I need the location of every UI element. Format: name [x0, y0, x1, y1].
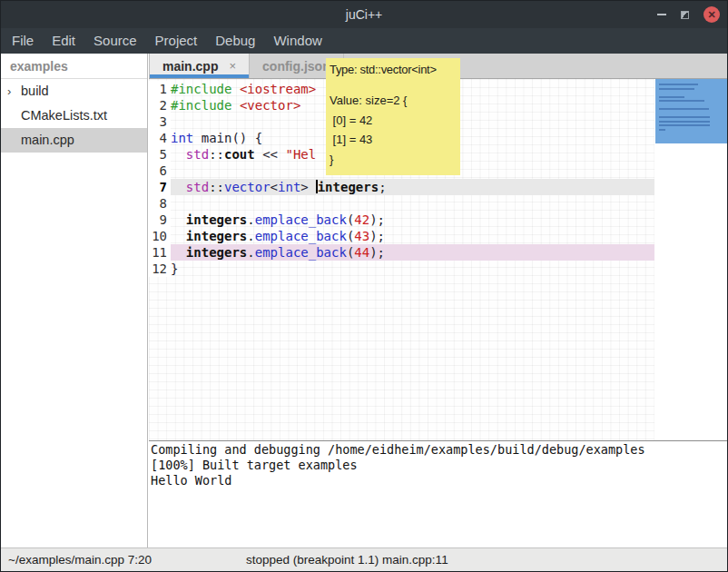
window-controls: ✕ — [657, 1, 720, 28]
code-line-12[interactable]: 12} — [149, 261, 654, 277]
restore-icon[interactable] — [681, 11, 689, 19]
line-number[interactable]: 9 — [149, 212, 171, 228]
line-number[interactable]: 1 — [149, 81, 171, 97]
juci-window: juCi++ ✕ FileEditSourceProjectDebugWindo… — [0, 0, 728, 572]
output-line: [100%] Built target examples — [151, 458, 728, 473]
status-file-position: ~/examples/main.cpp 7:20 — [8, 553, 152, 567]
menu-item-edit[interactable]: Edit — [43, 28, 84, 54]
line-number[interactable]: 4 — [149, 130, 171, 146]
minimap-visible-region[interactable] — [655, 79, 728, 143]
code-text: integers.emplace_back(43); — [171, 228, 654, 244]
minimap[interactable] — [654, 79, 728, 440]
sidebar-item-build[interactable]: ›build — [1, 79, 147, 104]
output-line: Compiling and debugging /home/eidheim/ex… — [151, 442, 728, 458]
output-panel[interactable]: Compiling and debugging /home/eidheim/ex… — [149, 440, 728, 547]
line-number[interactable]: 11 — [149, 244, 171, 261]
code-line-10[interactable]: 10 integers.emplace_back(43); — [149, 228, 654, 244]
chevron-right-icon[interactable]: › — [7, 79, 11, 104]
menu-item-file[interactable]: File — [3, 28, 43, 54]
tree-item-label: main.cpp — [21, 133, 74, 147]
code-line-11[interactable]: 11 integers.emplace_back(44); — [149, 244, 654, 261]
status-debug-state: stopped (breakpoint 1.1) main.cpp:11 — [246, 553, 448, 567]
tab-label: main.cpp — [162, 59, 218, 74]
line-number[interactable]: 2 — [149, 97, 171, 113]
line-number[interactable]: 5 — [149, 146, 171, 163]
menu-item-project[interactable]: Project — [146, 28, 207, 54]
code-text — [171, 195, 654, 212]
file-tree-panel: examples ›buildCMakeLists.txtmain.cpp — [1, 54, 147, 547]
code-text: integers.emplace_back(42); — [171, 212, 654, 228]
sidebar-item-cmakelists-txt[interactable]: CMakeLists.txt — [1, 104, 147, 128]
titlebar[interactable]: juCi++ ✕ — [1, 1, 727, 28]
line-number[interactable]: 6 — [149, 163, 171, 179]
output-line: Hello World — [151, 473, 728, 488]
tree-item-label: build — [21, 84, 49, 98]
code-line-8[interactable]: 8 — [149, 195, 654, 212]
window-title: juCi++ — [346, 7, 382, 22]
line-number[interactable]: 7 — [149, 179, 171, 195]
line-number[interactable]: 12 — [149, 261, 171, 277]
statusbar: ~/examples/main.cpp 7:20 stopped (breakp… — [1, 547, 727, 572]
line-number[interactable]: 3 — [149, 113, 171, 130]
code-line-9[interactable]: 9 integers.emplace_back(42); — [149, 212, 654, 228]
sidebar-item-main-cpp[interactable]: main.cpp — [1, 128, 147, 153]
tab-label: config.json — [262, 59, 330, 74]
tree-item-label: CMakeLists.txt — [21, 108, 107, 123]
project-folder-label: examples — [1, 54, 147, 78]
code-line-7[interactable]: 7 std::vector<int> integers; — [149, 179, 654, 195]
minimize-icon[interactable] — [657, 14, 666, 15]
menu-item-source[interactable]: Source — [84, 28, 146, 54]
code-text: std::vector<int> integers; — [171, 179, 654, 195]
tab-main-cpp[interactable]: main.cpp× — [149, 54, 250, 78]
code-text: integers.emplace_back(44); — [171, 244, 654, 261]
debug-value-tooltip: Type: std::vector<int> Value: size=2 { [… — [326, 58, 460, 175]
tooltip-value-block: Value: size=2 { [0] = 42 [1] = 43} — [330, 91, 457, 169]
line-number[interactable]: 10 — [149, 228, 171, 244]
line-number[interactable]: 8 — [149, 195, 171, 212]
close-icon[interactable]: ✕ — [703, 6, 720, 23]
tooltip-type-line: Type: std::vector<int> — [330, 61, 457, 78]
menu-item-window[interactable]: Window — [264, 28, 330, 54]
code-text: } — [171, 261, 654, 277]
tab-close-icon[interactable]: × — [229, 59, 236, 73]
menu-item-debug[interactable]: Debug — [206, 28, 264, 54]
menubar: FileEditSourceProjectDebugWindow — [1, 28, 727, 54]
